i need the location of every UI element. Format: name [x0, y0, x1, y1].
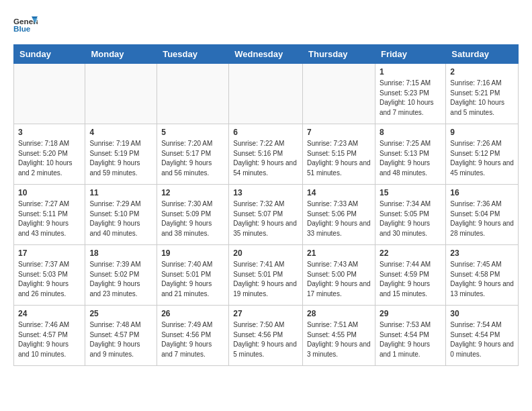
day-number: 23 — [450, 248, 514, 258]
day-number: 7 — [307, 128, 371, 137]
calendar-cell: 16Sunrise: 7:36 AM Sunset: 5:04 PM Dayli… — [446, 185, 519, 245]
week-row-3: 10Sunrise: 7:27 AM Sunset: 5:11 PM Dayli… — [14, 185, 519, 245]
week-row-2: 3Sunrise: 7:18 AM Sunset: 5:20 PM Daylig… — [14, 124, 519, 185]
day-info: Sunrise: 7:26 AM Sunset: 5:12 PM Dayligh… — [450, 139, 514, 178]
calendar-header-tuesday: Tuesday — [157, 45, 229, 64]
calendar-cell: 18Sunrise: 7:39 AM Sunset: 5:02 PM Dayli… — [85, 245, 157, 306]
calendar-cell: 22Sunrise: 7:44 AM Sunset: 4:59 PM Dayli… — [375, 245, 445, 306]
calendar-cell: 6Sunrise: 7:22 AM Sunset: 5:16 PM Daylig… — [229, 124, 303, 185]
day-info: Sunrise: 7:50 AM Sunset: 4:56 PM Dayligh… — [233, 320, 298, 359]
day-info: Sunrise: 7:37 AM Sunset: 5:03 PM Dayligh… — [18, 260, 81, 299]
day-info: Sunrise: 7:15 AM Sunset: 5:23 PM Dayligh… — [380, 79, 441, 118]
day-number: 18 — [89, 248, 152, 258]
calendar-cell: 26Sunrise: 7:49 AM Sunset: 4:56 PM Dayli… — [157, 306, 229, 366]
calendar-cell: 10Sunrise: 7:27 AM Sunset: 5:11 PM Dayli… — [14, 185, 85, 245]
day-number: 12 — [161, 188, 224, 197]
week-row-1: 1Sunrise: 7:15 AM Sunset: 5:23 PM Daylig… — [14, 64, 519, 124]
day-number: 10 — [18, 188, 81, 197]
calendar-cell: 20Sunrise: 7:41 AM Sunset: 5:01 PM Dayli… — [229, 245, 303, 306]
calendar-cell: 14Sunrise: 7:33 AM Sunset: 5:06 PM Dayli… — [303, 185, 375, 245]
calendar-header-monday: Monday — [85, 45, 157, 64]
day-info: Sunrise: 7:20 AM Sunset: 5:17 PM Dayligh… — [161, 139, 224, 178]
calendar-cell: 3Sunrise: 7:18 AM Sunset: 5:20 PM Daylig… — [14, 124, 85, 185]
day-number: 14 — [307, 188, 371, 197]
day-number: 2 — [450, 67, 514, 77]
calendar-header-wednesday: Wednesday — [229, 45, 303, 64]
day-number: 30 — [450, 309, 514, 318]
calendar-cell: 27Sunrise: 7:50 AM Sunset: 4:56 PM Dayli… — [229, 306, 303, 366]
calendar-cell: 9Sunrise: 7:26 AM Sunset: 5:12 PM Daylig… — [446, 124, 519, 185]
day-info: Sunrise: 7:41 AM Sunset: 5:01 PM Dayligh… — [233, 260, 298, 299]
page-header: General Blue — [13, 13, 519, 38]
day-number: 16 — [450, 188, 514, 197]
calendar-header-saturday: Saturday — [446, 45, 519, 64]
day-number: 27 — [233, 309, 298, 318]
calendar-cell — [303, 64, 375, 124]
calendar-cell — [14, 64, 85, 124]
calendar-cell: 13Sunrise: 7:32 AM Sunset: 5:07 PM Dayli… — [229, 185, 303, 245]
day-number: 19 — [161, 248, 224, 258]
day-number: 22 — [380, 248, 441, 258]
day-info: Sunrise: 7:46 AM Sunset: 4:57 PM Dayligh… — [18, 320, 81, 359]
calendar-cell — [229, 64, 303, 124]
day-number: 26 — [161, 309, 224, 318]
day-info: Sunrise: 7:54 AM Sunset: 4:54 PM Dayligh… — [450, 320, 514, 359]
day-number: 29 — [380, 309, 441, 318]
calendar-cell: 2Sunrise: 7:16 AM Sunset: 5:21 PM Daylig… — [446, 64, 519, 124]
day-info: Sunrise: 7:30 AM Sunset: 5:09 PM Dayligh… — [161, 199, 224, 238]
day-number: 9 — [450, 128, 514, 137]
day-number: 28 — [307, 309, 371, 318]
calendar-cell: 24Sunrise: 7:46 AM Sunset: 4:57 PM Dayli… — [14, 306, 85, 366]
calendar-cell: 11Sunrise: 7:29 AM Sunset: 5:10 PM Dayli… — [85, 185, 157, 245]
day-number: 21 — [307, 248, 371, 258]
calendar-cell: 4Sunrise: 7:19 AM Sunset: 5:19 PM Daylig… — [85, 124, 157, 185]
day-info: Sunrise: 7:25 AM Sunset: 5:13 PM Dayligh… — [380, 139, 441, 178]
day-info: Sunrise: 7:16 AM Sunset: 5:21 PM Dayligh… — [450, 79, 514, 118]
day-number: 25 — [89, 309, 152, 318]
day-info: Sunrise: 7:48 AM Sunset: 4:57 PM Dayligh… — [89, 320, 152, 359]
day-info: Sunrise: 7:53 AM Sunset: 4:54 PM Dayligh… — [380, 320, 441, 359]
calendar-cell: 23Sunrise: 7:45 AM Sunset: 4:58 PM Dayli… — [446, 245, 519, 306]
calendar-cell: 12Sunrise: 7:30 AM Sunset: 5:09 PM Dayli… — [157, 185, 229, 245]
calendar-cell: 28Sunrise: 7:51 AM Sunset: 4:55 PM Dayli… — [303, 306, 375, 366]
calendar-cell: 19Sunrise: 7:40 AM Sunset: 5:01 PM Dayli… — [157, 245, 229, 306]
calendar-header-friday: Friday — [375, 45, 445, 64]
calendar-cell: 17Sunrise: 7:37 AM Sunset: 5:03 PM Dayli… — [14, 245, 85, 306]
day-info: Sunrise: 7:32 AM Sunset: 5:07 PM Dayligh… — [233, 199, 298, 238]
day-number: 17 — [18, 248, 81, 258]
calendar-cell — [157, 64, 229, 124]
day-number: 8 — [380, 128, 441, 137]
calendar-cell: 5Sunrise: 7:20 AM Sunset: 5:17 PM Daylig… — [157, 124, 229, 185]
calendar-cell: 1Sunrise: 7:15 AM Sunset: 5:23 PM Daylig… — [375, 64, 445, 124]
calendar-cell: 25Sunrise: 7:48 AM Sunset: 4:57 PM Dayli… — [85, 306, 157, 366]
day-info: Sunrise: 7:51 AM Sunset: 4:55 PM Dayligh… — [307, 320, 371, 359]
day-info: Sunrise: 7:45 AM Sunset: 4:58 PM Dayligh… — [450, 260, 514, 299]
day-info: Sunrise: 7:33 AM Sunset: 5:06 PM Dayligh… — [307, 199, 371, 238]
calendar-cell: 15Sunrise: 7:34 AM Sunset: 5:05 PM Dayli… — [375, 185, 445, 245]
week-row-5: 24Sunrise: 7:46 AM Sunset: 4:57 PM Dayli… — [14, 306, 519, 366]
calendar-cell: 29Sunrise: 7:53 AM Sunset: 4:54 PM Dayli… — [375, 306, 445, 366]
day-number: 20 — [233, 248, 298, 258]
logo: General Blue — [13, 13, 38, 38]
day-info: Sunrise: 7:43 AM Sunset: 5:00 PM Dayligh… — [307, 260, 371, 299]
day-info: Sunrise: 7:18 AM Sunset: 5:20 PM Dayligh… — [18, 139, 81, 178]
day-info: Sunrise: 7:36 AM Sunset: 5:04 PM Dayligh… — [450, 199, 514, 238]
calendar-cell: 8Sunrise: 7:25 AM Sunset: 5:13 PM Daylig… — [375, 124, 445, 185]
day-info: Sunrise: 7:29 AM Sunset: 5:10 PM Dayligh… — [89, 199, 152, 238]
day-number: 4 — [89, 128, 152, 137]
day-info: Sunrise: 7:44 AM Sunset: 4:59 PM Dayligh… — [380, 260, 441, 299]
calendar-header-row: SundayMondayTuesdayWednesdayThursdayFrid… — [14, 45, 519, 64]
day-info: Sunrise: 7:40 AM Sunset: 5:01 PM Dayligh… — [161, 260, 224, 299]
day-info: Sunrise: 7:39 AM Sunset: 5:02 PM Dayligh… — [89, 260, 152, 299]
calendar-header-sunday: Sunday — [14, 45, 85, 64]
calendar-cell: 21Sunrise: 7:43 AM Sunset: 5:00 PM Dayli… — [303, 245, 375, 306]
day-info: Sunrise: 7:49 AM Sunset: 4:56 PM Dayligh… — [161, 320, 224, 359]
day-number: 24 — [18, 309, 81, 318]
day-number: 11 — [89, 188, 152, 197]
day-number: 3 — [18, 128, 81, 137]
day-info: Sunrise: 7:19 AM Sunset: 5:19 PM Dayligh… — [89, 139, 152, 178]
day-number: 1 — [380, 67, 441, 77]
svg-text:Blue: Blue — [13, 24, 31, 33]
calendar-cell: 30Sunrise: 7:54 AM Sunset: 4:54 PM Dayli… — [446, 306, 519, 366]
calendar-table: SundayMondayTuesdayWednesdayThursdayFrid… — [13, 44, 519, 366]
